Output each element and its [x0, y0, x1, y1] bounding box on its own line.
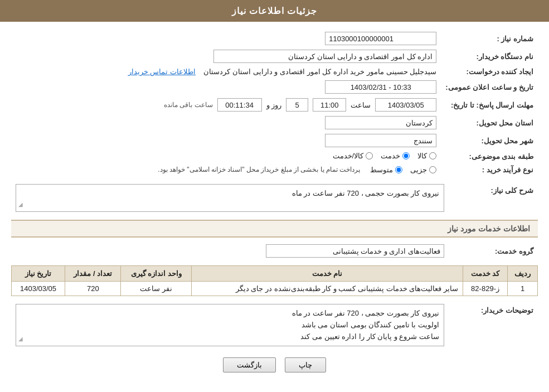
city-box: سنندج — [325, 134, 436, 147]
reply-deadline-label: مهلت ارسال پاسخ: تا تاریخ: — [441, 96, 538, 114]
category-label: طبقه بندی موضوعی: — [441, 149, 538, 163]
process-label: نوع فرآیند خرید : — [441, 163, 538, 176]
creator-label: ایجاد کننده درخواست: — [441, 65, 538, 78]
general-desc-box: نیروی کار بصورت حجمی ، 720 نفر ساعت در م… — [16, 184, 444, 212]
process-jozii: جزیی — [410, 166, 436, 174]
province-value: کردستان — [11, 114, 441, 132]
province-label: استان محل تحویل: — [441, 114, 538, 132]
need-number-value: 1103000100000001 — [11, 30, 441, 47]
need-number-box: 1103000100000001 — [325, 32, 436, 45]
buyer-desc-text: نیروی کار بصورت حجمی ، 720 نفر ساعت در م… — [21, 308, 439, 342]
reply-day-label: روز و — [266, 101, 282, 109]
process-motavasset-label: متوسط — [370, 166, 393, 174]
date-value: 1403/02/31 - 10:33 — [11, 78, 441, 96]
creator-value: سیدجلیل حسینی مامور خرید اداره کل امور ا… — [203, 67, 436, 76]
reply-remain-box: 00:11:34 — [217, 98, 262, 112]
category-kala: کالا — [417, 152, 436, 160]
back-button[interactable]: بازگشت — [223, 357, 276, 372]
reply-remain-suffix: ساعت باقی مانده — [164, 101, 213, 109]
process-motavasset-radio[interactable] — [395, 166, 402, 173]
category-khedmat: خدمت — [381, 152, 410, 160]
general-desc-text: نیروی کار بصورت حجمی ، 720 نفر ساعت در م… — [292, 189, 439, 197]
cell-unit: نفر ساعت — [121, 282, 192, 296]
category-kala-khedmat: کالا/خدمت — [333, 152, 373, 160]
service-group-value: فعالیت‌های اداری و خدمات پشتیبانی — [11, 242, 449, 260]
general-desc-label: شرح کلی نیاز: — [449, 182, 538, 214]
city-value: سنندج — [11, 132, 441, 149]
page-title: جزئیات اطلاعات نیاز — [232, 6, 318, 16]
buyer-org-label: نام دستگاه خریدار: — [441, 47, 538, 65]
category-kala-khedmat-radio[interactable] — [366, 152, 373, 159]
col-unit: واحد اندازه گیری — [121, 266, 192, 282]
buyer-desc-box: نیروی کار بصورت حجمی ، 720 نفر ساعت در م… — [16, 304, 444, 346]
process-jozii-label: جزیی — [410, 166, 427, 174]
process-row: جزیی متوسط پرداخت تمام یا بخشی از مبلغ خ… — [11, 163, 441, 176]
process-jozii-radio[interactable] — [429, 166, 436, 173]
buyer-desc-label: توضیحات خریدار: — [449, 302, 538, 349]
col-qty: تعداد / مقدار — [65, 266, 121, 282]
page-header: جزئیات اطلاعات نیاز — [0, 0, 549, 22]
reply-deadline-row: 1403/03/05 ساعت 11:00 5 روز و 00:11:34 س… — [11, 96, 441, 114]
buttons-row: چاپ بازگشت — [11, 357, 538, 372]
general-desc-value: نیروی کار بصورت حجمی ، 720 نفر ساعت در م… — [11, 182, 449, 214]
cell-code: ز-829-82 — [463, 282, 507, 296]
date-label: تاریخ و ساعت اعلان عمومی: — [441, 78, 538, 96]
service-group-table: گروه خدمت: فعالیت‌های اداری و خدمات پشتی… — [11, 242, 538, 260]
creator-contact-link[interactable]: اطلاعات تماس خریدار — [128, 67, 196, 76]
city-label: شهر محل تحویل: — [441, 132, 538, 149]
col-date: تاریخ نیاز — [12, 266, 65, 282]
service-group-box: فعالیت‌های اداری و خدمات پشتیبانی — [266, 244, 444, 258]
table-row: 1 ز-829-82 سایر فعالیت‌های خدمات پشتیبان… — [12, 282, 538, 296]
cell-row: 1 — [508, 282, 538, 296]
buyer-desc-table: توضیحات خریدار: نیروی کار بصورت حجمی ، 7… — [11, 302, 538, 349]
cell-date: 1403/03/05 — [12, 282, 65, 296]
services-table: ردیف کد خدمت نام خدمت واحد اندازه گیری ت… — [11, 265, 538, 296]
reply-time-label: ساعت — [351, 101, 371, 109]
buyer-desc-value: نیروی کار بصورت حجمی ، 720 نفر ساعت در م… — [11, 302, 449, 349]
process-radio-group: جزیی متوسط — [370, 166, 436, 174]
col-row: ردیف — [508, 266, 538, 282]
cell-name: سایر فعالیت‌های خدمات پشتیبانی کسب و کار… — [192, 282, 463, 296]
date-box: 1403/02/31 - 10:33 — [325, 80, 436, 94]
cell-qty: 720 — [65, 282, 121, 296]
buyer-org-value: اداره کل امور اقتصادی و دارایی استان کرد… — [11, 47, 441, 65]
reply-day-box: 5 — [286, 98, 308, 112]
reply-time-box: 11:00 — [313, 98, 346, 112]
buyer-org-box: اداره کل امور اقتصادی و دارایی استان کرد… — [213, 50, 436, 63]
category-radio-group: کالا خدمت کالا/خدمت — [333, 152, 437, 160]
category-row: کالا خدمت کالا/خدمت — [11, 149, 441, 163]
process-motavasset: متوسط — [370, 166, 402, 174]
category-kala-label: کالا — [417, 152, 427, 160]
reply-date-box: 1403/03/05 — [375, 98, 436, 112]
col-code: کد خدمت — [463, 266, 507, 282]
services-section-title: اطلاعات خدمات مورد نیاز — [11, 220, 538, 238]
service-group-label: گروه خدمت: — [449, 242, 538, 260]
need-number-label: شماره نیاز : — [441, 30, 538, 47]
province-box: کردستان — [325, 116, 436, 129]
resize-icon-2: ◢ — [18, 335, 23, 343]
category-khedmat-label: خدمت — [381, 152, 400, 160]
main-info-table: شماره نیاز : 1103000100000001 نام دستگاه… — [11, 30, 538, 176]
category-khedmat-radio[interactable] — [402, 152, 410, 159]
print-button[interactable]: چاپ — [285, 357, 326, 372]
creator-row: سیدجلیل حسینی مامور خرید اداره کل امور ا… — [11, 65, 441, 78]
process-note: پرداخت تمام یا بخشی از مبلغ خریداز محل "… — [158, 166, 360, 173]
resize-icon: ◢ — [18, 200, 23, 209]
col-name: نام خدمت — [192, 266, 463, 282]
general-desc-table: شرح کلی نیاز: نیروی کار بصورت حجمی ، 720… — [11, 182, 538, 214]
category-kala-radio[interactable] — [429, 152, 436, 159]
category-kala-khedmat-label: کالا/خدمت — [333, 152, 364, 160]
